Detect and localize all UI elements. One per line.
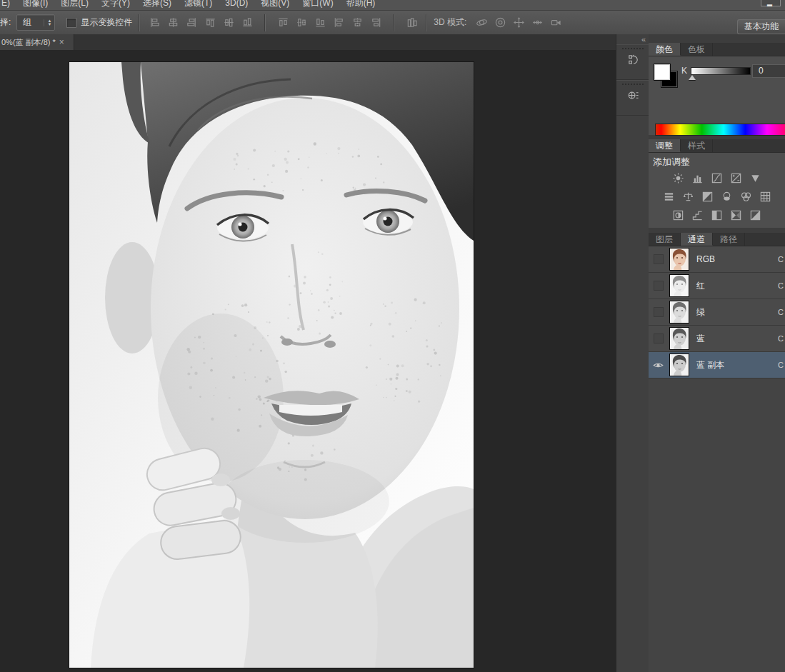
photoshop-window: E)图像(I)图层(L)文字(Y)选择(S)滤镜(T)3D(D)视图(V)窗口(…: [0, 0, 785, 672]
distribute-top-edges-icon[interactable]: [275, 15, 291, 31]
menu-item[interactable]: 帮助(H): [346, 0, 376, 8]
separator: [139, 14, 140, 31]
channel-row-2[interactable]: 绿C: [649, 299, 785, 326]
align-horizontal-centers-icon[interactable]: [165, 15, 181, 31]
align-right-edges-icon[interactable]: [184, 15, 199, 31]
3d-mode-icon-group: [474, 15, 564, 31]
align-bottom-edges-icon[interactable]: [239, 15, 255, 31]
adjustment-invert-icon[interactable]: [671, 208, 686, 222]
collapse-dock-button[interactable]: «: [641, 35, 646, 44]
channel-shortcut: C: [778, 281, 784, 290]
menu-item[interactable]: 选择(S): [143, 0, 171, 8]
distribute-left-edges-icon[interactable]: [331, 15, 346, 31]
menu-item[interactable]: E): [1, 0, 10, 8]
window-controls: ▂: [761, 0, 781, 6]
adjustment-levels-icon[interactable]: [691, 171, 705, 185]
menu-item[interactable]: 滤镜(T): [184, 0, 212, 8]
properties-panel-button[interactable]: [616, 80, 649, 116]
visibility-toggle-empty[interactable]: [652, 307, 664, 318]
distribute-horizontal-centers-icon[interactable]: [349, 15, 365, 31]
adjustments-panel-group: 调整样式 添加调整: [649, 139, 785, 228]
adjustment-exposure-icon[interactable]: [729, 171, 744, 185]
tool-options-bar: 择: 组 ▲▼ 显示变换控件 3D 模式: 基本功能: [0, 11, 785, 35]
3d-pan-icon[interactable]: [511, 15, 526, 31]
menu-item[interactable]: 文字(Y): [101, 0, 130, 8]
k-slider[interactable]: [691, 67, 751, 75]
channels-panel-tabs: 图层通道路径: [649, 233, 785, 246]
color-panel-tab[interactable]: 色板: [681, 43, 713, 56]
menu-item[interactable]: 图层(L): [61, 0, 89, 8]
visibility-toggle-empty[interactable]: [652, 254, 664, 265]
menu-item[interactable]: 窗口(W): [302, 0, 333, 8]
channel-name: 红: [696, 280, 705, 292]
adjustment-threshold-icon[interactable]: [710, 208, 724, 222]
adjustment-brightness-contrast-icon[interactable]: [671, 171, 686, 185]
channel-row-rgb[interactable]: RGBC: [649, 246, 785, 273]
align-top-edges-icon[interactable]: [202, 15, 218, 31]
grip-icon: [622, 84, 644, 85]
visibility-toggle-empty[interactable]: [652, 281, 664, 291]
document-tab[interactable]: 0%(蓝 副本/8) * ×: [0, 34, 74, 50]
workspace-button[interactable]: 基本功能: [737, 19, 785, 34]
adjustments-panel-tab[interactable]: 样式: [681, 139, 713, 152]
channel-row-1[interactable]: 红C: [649, 273, 785, 299]
adjustment-black-white-icon[interactable]: [700, 189, 714, 204]
3d-roll-icon[interactable]: [492, 15, 508, 31]
channels-panel-tab[interactable]: 通道: [681, 233, 713, 246]
adjustment-hue-saturation-icon[interactable]: [661, 189, 676, 204]
show-transform-checkbox[interactable]: [66, 18, 76, 28]
adjustment-vibrance-icon[interactable]: [749, 171, 763, 185]
canvas-pasteboard[interactable]: [0, 50, 616, 672]
channel-shortcut: C: [778, 334, 784, 343]
adjustment-photo-filter-icon[interactable]: [719, 189, 734, 204]
channels-panel-tab[interactable]: 图层: [649, 233, 681, 246]
document-tab-title: 0%(蓝 副本/8) *: [0, 37, 56, 48]
adjustment-curves-icon[interactable]: [710, 171, 724, 185]
auto-select-dropdown[interactable]: 组 ▲▼: [16, 14, 55, 31]
show-transform-label: 显示变换控件: [81, 16, 132, 29]
adjustments-panel-tab[interactable]: 调整: [649, 139, 681, 152]
visibility-toggle-empty[interactable]: [652, 334, 664, 344]
channel-thumbnail: [669, 274, 689, 297]
align-vertical-centers-icon[interactable]: [221, 15, 236, 31]
adjustment-color-balance-icon[interactable]: [681, 189, 695, 204]
adjustment-channel-mixer-icon[interactable]: [739, 189, 753, 204]
channel-row-4[interactable]: 蓝 副本C: [649, 352, 785, 378]
channel-row-3[interactable]: 蓝C: [649, 326, 785, 352]
adjustment-icons-row: [649, 169, 785, 187]
adjustment-selective-color-icon[interactable]: [749, 208, 763, 222]
separator: [426, 14, 427, 31]
history-panel-button[interactable]: [616, 44, 649, 80]
mini-panel-buttons: [616, 44, 649, 116]
channel-name: 蓝 副本: [696, 359, 724, 371]
adjustment-color-lookup-icon[interactable]: [758, 189, 772, 204]
k-slider-marker[interactable]: [689, 75, 696, 80]
distribute-bottom-edges-icon[interactable]: [312, 15, 328, 31]
3d-slide-icon[interactable]: [529, 15, 545, 31]
align-left-edges-icon[interactable]: [146, 15, 162, 31]
distribute-right-edges-icon[interactable]: [368, 15, 384, 31]
menu-item[interactable]: 视图(V): [261, 0, 289, 8]
visibility-eye-icon[interactable]: [652, 360, 664, 371]
channels-panel-tab[interactable]: 路径: [713, 233, 745, 246]
adjustment-posterize-icon[interactable]: [691, 208, 705, 222]
3d-rotate-icon[interactable]: [474, 15, 489, 31]
auto-align-layers-icon[interactable]: [404, 15, 419, 31]
tab-close-button[interactable]: ×: [56, 34, 68, 50]
minimize-button[interactable]: ▂: [761, 0, 781, 6]
color-spectrum-ramp[interactable]: [655, 124, 785, 136]
color-panel-group: 颜色色板 K 0: [649, 43, 785, 135]
history-panel-icon: [627, 54, 639, 69]
color-panel-tab[interactable]: 颜色: [649, 43, 681, 56]
minimize-icon: ▂: [767, 1, 772, 5]
document-canvas[interactable]: [69, 62, 474, 668]
distribute-vertical-centers-icon[interactable]: [294, 15, 309, 31]
menu-item[interactable]: 图像(I): [23, 0, 48, 8]
adjustment-gradient-map-icon[interactable]: [729, 208, 744, 222]
menu-item[interactable]: 3D(D): [225, 0, 248, 8]
channel-name: 绿: [696, 306, 705, 319]
separator: [264, 14, 266, 31]
3d-zoom-camera-icon[interactable]: [548, 15, 564, 31]
foreground-color-swatch[interactable]: [654, 64, 671, 81]
k-value-field[interactable]: 0: [752, 64, 785, 78]
